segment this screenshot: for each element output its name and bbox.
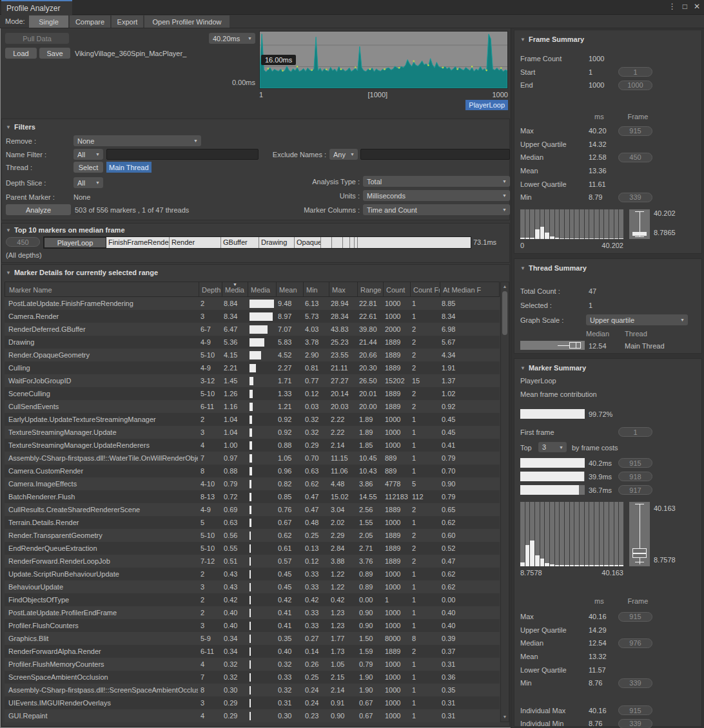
marker-row[interactable]: Assembly-CSharp-firstpass.dll!::ScreenSp… xyxy=(5,684,500,696)
frame-button[interactable]: 917 xyxy=(618,485,652,495)
chart-scale-dropdown[interactable]: 40.20ms ▼ xyxy=(209,33,255,44)
marker-summary-histogram[interactable] xyxy=(520,502,623,566)
marker-row[interactable]: Camera.CustomRender80.880.960.6311.0610.… xyxy=(5,465,500,477)
marker-row[interactable]: Camera.ImageEffects4-100.790.820.624.483… xyxy=(5,477,500,490)
depth-slice-dropdown[interactable]: All▼ xyxy=(73,177,103,188)
frame-button[interactable]: 915 xyxy=(618,612,652,622)
first-frame-button[interactable]: 1 xyxy=(618,427,652,437)
marker-summary-boxplot[interactable] xyxy=(629,502,650,566)
filters-header[interactable]: ▼ Filters xyxy=(6,123,35,131)
marker-row[interactable]: Terrain.Details.Render50.630.670.482.021… xyxy=(5,516,500,529)
frame-button[interactable]: 915 xyxy=(618,126,652,136)
scrollbar-thumb[interactable] xyxy=(502,291,507,335)
top10-header[interactable]: ▼ Top 10 markers on median frame xyxy=(6,226,125,234)
frame-button[interactable]: 339 xyxy=(618,193,652,202)
scroll-up-icon[interactable]: ▲ xyxy=(501,283,509,291)
marker-segment[interactable]: PlayerLoop xyxy=(44,237,106,248)
frame-button[interactable]: 339 xyxy=(618,719,652,728)
marker-row[interactable]: EarlyUpdate.UpdateTextureStreamingManage… xyxy=(5,413,500,426)
marker-segment[interactable] xyxy=(343,237,350,248)
exclude-names-input[interactable] xyxy=(360,149,510,160)
marker-segment[interactable]: OpaqueGeometry xyxy=(295,237,321,248)
save-button[interactable]: Save xyxy=(39,48,70,59)
column-header-mean[interactable]: Mean xyxy=(276,282,303,296)
marker-row[interactable]: EndRenderQueueExtraction5-100.550.610.13… xyxy=(5,542,500,555)
marker-row[interactable]: FindObjectsOfType20.420.420.420.420.0011… xyxy=(5,593,500,606)
frame-button[interactable]: 918 xyxy=(618,472,652,481)
mode-button-export[interactable]: Export xyxy=(112,15,144,28)
load-button[interactable]: Load xyxy=(5,48,37,59)
marker-row[interactable]: PostLateUpdate.FinishFrameRendering28.84… xyxy=(5,297,500,310)
column-header-count[interactable]: Count xyxy=(383,282,410,296)
units-dropdown[interactable]: Milliseconds▼ xyxy=(363,190,510,201)
marker-row[interactable]: TextureStreamingManager.UpdateRenderers4… xyxy=(5,439,500,452)
marker-row[interactable]: SceneCulling5-101.261.330.1220.1420.0118… xyxy=(5,387,500,400)
marker-columns-dropdown[interactable]: Time and Count▼ xyxy=(363,204,510,215)
column-header-min[interactable]: Min xyxy=(303,282,329,296)
pull-data-button[interactable]: Pull Data xyxy=(5,33,69,44)
marker-row[interactable]: Graphics.Blit5-90.340.350.271.771.508000… xyxy=(5,632,500,645)
frame-button[interactable]: 1000 xyxy=(618,81,652,90)
marker-row[interactable]: Update.ScriptRunBehaviourUpdate20.430.45… xyxy=(5,568,500,580)
marker-row[interactable]: GUI.Repaint40.290.300.230.900.67100010.3… xyxy=(5,709,500,722)
marker-row[interactable]: BehaviourUpdate30.430.450.331.220.891000… xyxy=(5,580,500,593)
thread-select-button[interactable]: Select xyxy=(73,162,103,173)
graph-scale-dropdown[interactable]: Upper quartile▼ xyxy=(586,314,688,325)
marker-segment[interactable] xyxy=(332,237,343,248)
frame-button[interactable]: 450 xyxy=(618,153,652,162)
marker-row[interactable]: RenderForwardAlpha.Render6-110.340.400.1… xyxy=(5,645,500,658)
column-header-median[interactable]: ▼Media xyxy=(222,282,248,296)
column-header-count-frame[interactable]: Count Fra xyxy=(410,282,440,296)
column-header-at-median[interactable]: At Median F xyxy=(440,282,481,296)
top-n-dropdown[interactable]: 3▼ xyxy=(538,442,567,452)
mode-button-compare[interactable]: Compare xyxy=(70,15,111,28)
frame-time-chart[interactable]: 16.00ms xyxy=(259,31,508,89)
marker-row[interactable]: ScreenSpaceAmbientOcclusion70.320.330.25… xyxy=(5,671,500,684)
column-header-depth[interactable]: Depth xyxy=(199,282,222,296)
analysis-type-dropdown[interactable]: Total▼ xyxy=(363,176,510,187)
marker-row[interactable]: WaitForJobGroupID3-121.451.710.7727.2726… xyxy=(5,374,500,387)
mode-button-single[interactable]: Single xyxy=(29,15,69,28)
marker-row[interactable]: Drawing4-95.365.833.7825.2321.44188925.6… xyxy=(5,336,500,349)
frame-button[interactable]: 339 xyxy=(618,678,652,688)
marker-row[interactable]: Assembly-CSharp-firstpass.dll!::WaterTil… xyxy=(5,452,500,465)
marker-row[interactable]: TextureStreamingManager.Update31.040.920… xyxy=(5,426,500,439)
thread-summary-header[interactable]: ▼ Thread Summary xyxy=(520,264,587,272)
marker-row[interactable]: RenderDeferred.GBuffer6-76.477.074.0343.… xyxy=(5,323,500,336)
maximize-icon[interactable]: □ xyxy=(683,2,687,11)
frame-button[interactable]: 915 xyxy=(618,458,652,468)
scroll-down-icon[interactable]: ▼ xyxy=(501,713,509,721)
marker-row[interactable]: BatchRenderer.Flush8-130.720.850.4715.02… xyxy=(5,490,500,503)
frame-button[interactable]: 976 xyxy=(618,638,652,648)
marker-segment[interactable] xyxy=(321,237,332,248)
column-header-median-bar[interactable]: Media xyxy=(248,282,276,296)
remove-dropdown[interactable]: None▼ xyxy=(73,135,201,146)
analyze-button[interactable]: Analyze xyxy=(6,204,71,215)
selected-marker-chip[interactable]: PlayerLoop xyxy=(465,100,508,110)
name-filter-mode-dropdown[interactable]: All▼ xyxy=(73,149,103,160)
marker-segment[interactable] xyxy=(350,237,355,248)
marker-segment[interactable]: Render xyxy=(170,237,221,248)
column-header-name[interactable]: Marker Name xyxy=(5,282,199,296)
marker-segment[interactable]: Drawing xyxy=(259,237,295,248)
marker-row[interactable]: Render.OpaqueGeometry5-104.154.522.9023.… xyxy=(5,349,500,361)
mode-button-open-profiler[interactable]: Open Profiler Window xyxy=(144,15,230,28)
table-scrollbar[interactable]: ▲ ▼ xyxy=(500,282,509,722)
marker-row[interactable]: UIEvents.IMGUIRenderOverlays30.290.310.2… xyxy=(5,696,500,709)
marker-segment[interactable]: GBuffer xyxy=(221,237,259,248)
frame-summary-histogram[interactable] xyxy=(520,209,623,239)
marker-row[interactable]: CullResults.CreateSharedRendererScene4-9… xyxy=(5,503,500,516)
column-header-max[interactable]: Max xyxy=(329,282,357,296)
median-frame-button[interactable]: 450 xyxy=(6,237,40,247)
marker-details-header[interactable]: ▼ Marker Details for currently selected … xyxy=(6,269,158,276)
thread-boxplot[interactable] xyxy=(520,341,585,350)
marker-row[interactable]: Camera.Render38.348.975.7328.3422.611000… xyxy=(5,310,500,323)
exclude-mode-dropdown[interactable]: Any▼ xyxy=(329,149,358,160)
marker-row[interactable]: PostLateUpdate.ProfilerEndFrame20.400.41… xyxy=(5,606,500,619)
marker-row[interactable]: RenderForward.RenderLoopJob7-120.510.570… xyxy=(5,555,500,568)
marker-segment[interactable]: FinishFrameRendering xyxy=(106,237,170,248)
marker-row[interactable]: Culling4-92.212.270.8121.1120.30188921.9… xyxy=(5,361,500,374)
frame-button[interactable]: 915 xyxy=(618,705,652,715)
close-icon[interactable]: ✕ xyxy=(694,2,700,11)
menu-icon[interactable]: ⋮ xyxy=(669,2,676,11)
